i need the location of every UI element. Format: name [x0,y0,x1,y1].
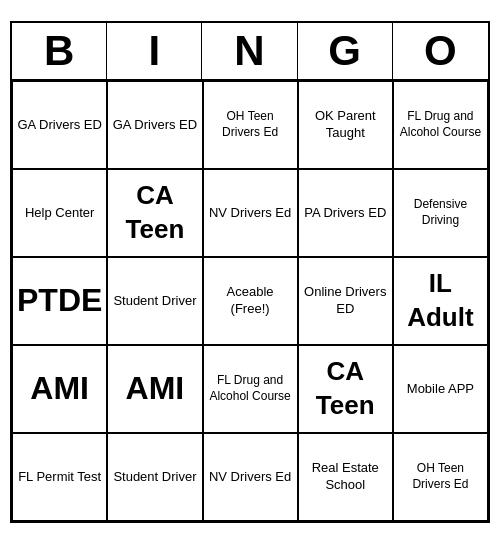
bingo-cell-17: FL Drug and Alcohol Course [203,345,298,433]
bingo-cell-6: CA Teen [107,169,202,257]
header-letter-i: I [107,23,202,79]
bingo-cell-7: NV Drivers Ed [203,169,298,257]
bingo-cell-18: CA Teen [298,345,393,433]
bingo-cell-1: GA Drivers ED [107,81,202,169]
bingo-header: BINGO [12,23,488,81]
bingo-cell-9: Defensive Driving [393,169,488,257]
header-letter-n: N [202,23,297,79]
bingo-cell-10: PTDE [12,257,107,345]
bingo-cell-22: NV Drivers Ed [203,433,298,521]
bingo-cell-20: FL Permit Test [12,433,107,521]
bingo-cell-15: AMI [12,345,107,433]
bingo-card: BINGO GA Drivers EDGA Drivers EDOH Teen … [10,21,490,523]
bingo-cell-3: OK Parent Taught [298,81,393,169]
bingo-cell-13: Online Drivers ED [298,257,393,345]
bingo-cell-14: IL Adult [393,257,488,345]
bingo-cell-19: Mobile APP [393,345,488,433]
bingo-cell-21: Student Driver [107,433,202,521]
header-letter-g: G [298,23,393,79]
header-letter-o: O [393,23,488,79]
bingo-cell-24: OH Teen Drivers Ed [393,433,488,521]
bingo-cell-4: FL Drug and Alcohol Course [393,81,488,169]
bingo-cell-5: Help Center [12,169,107,257]
bingo-cell-11: Student Driver [107,257,202,345]
bingo-cell-2: OH Teen Drivers Ed [203,81,298,169]
bingo-cell-0: GA Drivers ED [12,81,107,169]
header-letter-b: B [12,23,107,79]
bingo-cell-16: AMI [107,345,202,433]
bingo-cell-8: PA Drivers ED [298,169,393,257]
bingo-grid: GA Drivers EDGA Drivers EDOH Teen Driver… [12,81,488,521]
bingo-cell-12: Aceable (Free!) [203,257,298,345]
bingo-cell-23: Real Estate School [298,433,393,521]
